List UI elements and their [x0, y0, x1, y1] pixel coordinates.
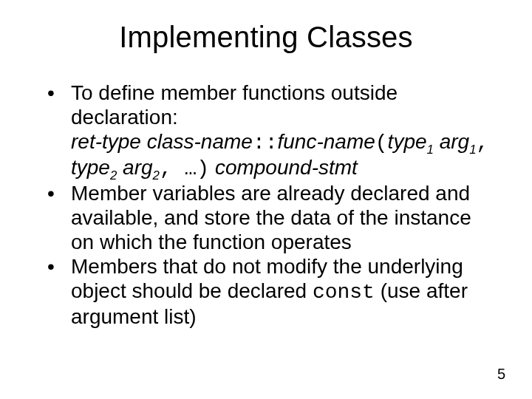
syntax-scope: :: [253, 132, 278, 154]
slide-title: Implementing Classes [37, 21, 495, 54]
bullet-item-2: Member variables are already declared an… [44, 181, 495, 254]
syntax-type2: type [71, 156, 110, 179]
syntax-ret-type: ret-type [71, 130, 141, 153]
bullet2-text: Member variables are already declared an… [71, 182, 471, 253]
syntax-ellipsis: , … [160, 157, 197, 180]
bullet1-intro: To define member functions outside decla… [71, 81, 398, 129]
syntax-func-name: func-name [278, 130, 375, 153]
syntax-compound: compound-stmt [215, 156, 358, 179]
page-number: 5 [497, 366, 505, 383]
bullet-item-1: To define member functions outside decla… [44, 81, 495, 181]
syntax-sub2: 2 [110, 168, 117, 183]
syntax-type1: type [388, 130, 427, 153]
syntax-arg1: arg [440, 130, 469, 153]
syntax-lparen: ( [375, 132, 388, 154]
slide: Implementing Classes To define member fu… [0, 0, 532, 399]
syntax-sub1: 1 [427, 143, 434, 157]
bullet3-const: const [313, 281, 375, 304]
syntax-arg2: arg [123, 156, 152, 179]
syntax-class-name: class-name [147, 130, 253, 153]
syntax-comma1: , [476, 132, 488, 154]
bullet-list: To define member functions outside decla… [37, 81, 495, 329]
bullet-item-3: Members that do not modify the underlyin… [44, 254, 495, 329]
syntax-arg2-sub: 2 [153, 168, 160, 183]
syntax-rparen: ) [197, 157, 209, 180]
